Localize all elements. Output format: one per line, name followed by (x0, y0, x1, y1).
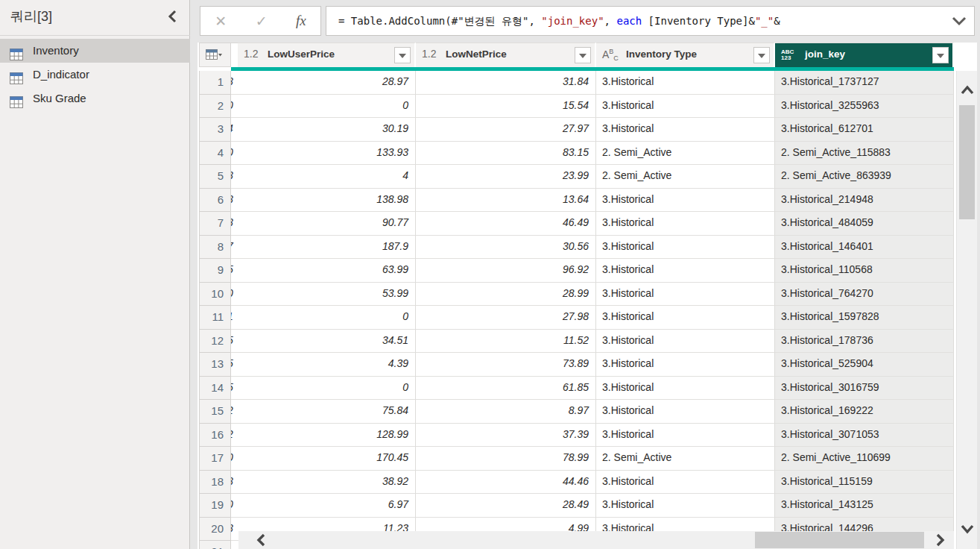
scroll-up-icon[interactable] (960, 84, 975, 96)
cell-inventory-type[interactable]: 3.Historical (596, 118, 775, 142)
cell-lownetprice[interactable]: 27.97 (416, 118, 596, 142)
cell-lowuserprice[interactable]: 63.99 (238, 259, 416, 283)
cell-join-key[interactable]: 3.Historical_169222 (775, 400, 954, 424)
cell-join-key[interactable]: 3.Historical_525904 (775, 353, 954, 377)
filter-dropdown-button[interactable] (394, 47, 411, 63)
horizontal-scrollbar[interactable] (238, 531, 954, 549)
cell-lowuserprice[interactable]: 38.92 (238, 471, 416, 495)
cell-inventory-type[interactable]: 3.Historical (596, 95, 775, 119)
cell-lownetprice[interactable]: 28.49 (416, 494, 596, 518)
sidebar-item-d-indicator[interactable]: D_indicator (0, 63, 190, 87)
cell-lownetprice[interactable]: 30.56 (416, 236, 596, 260)
filter-dropdown-button[interactable] (932, 47, 949, 63)
row-number[interactable]: 16 (199, 424, 231, 448)
cell-inventory-type[interactable]: 3.Historical (596, 189, 775, 213)
cell-join-key[interactable]: 3.Historical_484059 (775, 212, 954, 236)
cell-lownetprice[interactable]: 96.92 (416, 259, 596, 283)
cell-inventory-type[interactable]: 3.Historical (596, 212, 775, 236)
filter-dropdown-button[interactable] (575, 47, 591, 63)
column-header-lownetprice[interactable]: 1.2LowNetPrice (416, 43, 596, 67)
scroll-left-icon[interactable] (255, 533, 268, 547)
horizontal-scroll-thumb[interactable] (755, 532, 924, 548)
row-number[interactable]: 10 (199, 283, 231, 307)
row-number[interactable]: 20 (199, 518, 231, 542)
row-number[interactable]: 17 (199, 447, 231, 471)
cell-lowuserprice[interactable]: 138.98 (238, 189, 416, 213)
cancel-formula-icon[interactable]: ✕ (215, 13, 227, 30)
cell-lownetprice[interactable]: 11.52 (416, 330, 596, 354)
cell-lownetprice[interactable]: 73.89 (416, 353, 596, 377)
cell-join-key[interactable]: 3.Historical_178736 (775, 330, 954, 354)
cell-lowuserprice[interactable]: 0 (238, 306, 416, 330)
row-number[interactable]: 5 (199, 165, 231, 189)
cell-lowuserprice[interactable]: 53.99 (238, 283, 416, 307)
cell-join-key[interactable]: 2. Semi_Active_863939 (775, 165, 954, 189)
column-header-inventory-type[interactable]: ABCInventory Type (596, 43, 775, 67)
cell-lownetprice[interactable]: 27.98 (416, 306, 596, 330)
expand-formula-icon[interactable] (952, 15, 967, 28)
cell-lownetprice[interactable]: 13.64 (416, 189, 596, 213)
cell-inventory-type[interactable]: 3.Historical (596, 236, 775, 260)
row-number[interactable]: 19 (199, 494, 231, 518)
cell-join-key[interactable]: 3.Historical_115159 (775, 471, 954, 495)
cell-lowuserprice[interactable]: 6.97 (238, 494, 416, 518)
cell-lowuserprice[interactable]: 170.45 (238, 447, 416, 471)
cell-lowuserprice[interactable]: 128.99 (238, 424, 416, 448)
cell-lownetprice[interactable]: 37.39 (416, 424, 596, 448)
row-number[interactable]: 15 (199, 400, 231, 424)
select-all-button[interactable] (199, 43, 231, 67)
cell-lowuserprice[interactable]: 28.97 (238, 71, 416, 95)
row-number[interactable]: 6 (199, 189, 231, 213)
scroll-right-icon[interactable] (933, 533, 946, 547)
cell-lownetprice[interactable]: 31.84 (416, 71, 596, 95)
vertical-scroll-thumb[interactable] (959, 105, 975, 219)
cell-join-key[interactable]: 3.Historical_1597828 (775, 306, 954, 330)
cell-lownetprice[interactable]: 23.99 (416, 165, 596, 189)
row-number[interactable]: 7 (199, 212, 231, 236)
cell-inventory-type[interactable]: 3.Historical (596, 306, 775, 330)
cell-lownetprice[interactable]: 61.85 (416, 377, 596, 401)
cell-inventory-type[interactable]: 3.Historical (596, 353, 775, 377)
cell-lowuserprice[interactable]: 75.84 (238, 400, 416, 424)
cell-inventory-type[interactable]: 3.Historical (596, 400, 775, 424)
formula-text[interactable]: = Table.AddColumn(#"변경된 유형", "join_key",… (338, 7, 944, 35)
row-number[interactable]: 13 (199, 353, 231, 377)
cell-join-key[interactable]: 3.Historical_3255963 (775, 95, 954, 119)
cell-lowuserprice[interactable]: 187.9 (238, 236, 416, 260)
cell-inventory-type[interactable]: 2. Semi_Active (596, 142, 775, 166)
cell-join-key[interactable]: 2. Semi_Active_115883 (775, 142, 954, 166)
row-number[interactable]: 8 (199, 236, 231, 260)
cell-lownetprice[interactable]: 15.54 (416, 95, 596, 119)
cell-join-key[interactable]: 3.Historical_3016759 (775, 377, 954, 401)
cell-lowuserprice[interactable]: 133.93 (238, 142, 416, 166)
cell-inventory-type[interactable]: 2. Semi_Active (596, 447, 775, 471)
cell-join-key[interactable]: 3.Historical_146401 (775, 236, 954, 260)
commit-formula-icon[interactable]: ✓ (256, 13, 268, 30)
row-number[interactable]: 21 (199, 541, 231, 549)
scroll-down-icon[interactable] (960, 523, 975, 535)
cell-inventory-type[interactable]: 3.Historical (596, 330, 775, 354)
cell-lowuserprice[interactable]: 0 (238, 377, 416, 401)
vertical-scrollbar[interactable] (956, 71, 977, 549)
add-function-icon[interactable]: fx (296, 13, 306, 29)
cell-inventory-type[interactable]: 3.Historical (596, 259, 775, 283)
cell-join-key[interactable]: 2. Semi_Active_110699 (775, 447, 954, 471)
cell-lowuserprice[interactable]: 30.19 (238, 118, 416, 142)
cell-join-key[interactable]: 3.Historical_110568 (775, 259, 954, 283)
row-number[interactable]: 2 (199, 95, 231, 119)
cell-lownetprice[interactable]: 46.49 (416, 212, 596, 236)
cell-lownetprice[interactable]: 78.99 (416, 447, 596, 471)
cell-lownetprice[interactable]: 44.46 (416, 471, 596, 495)
cell-inventory-type[interactable]: 2. Semi_Active (596, 165, 775, 189)
row-number[interactable]: 1 (199, 71, 231, 95)
column-header-lowuserprice[interactable]: 1.2LowUserPrice (238, 43, 416, 67)
cell-join-key[interactable]: 3.Historical_764270 (775, 283, 954, 307)
cell-lownetprice[interactable]: 28.99 (416, 283, 596, 307)
column-header-join-key[interactable]: ABC123join_key (775, 43, 954, 67)
cell-lowuserprice[interactable]: 0 (238, 95, 416, 119)
cell-join-key[interactable]: 3.Historical_612701 (775, 118, 954, 142)
cell-join-key[interactable]: 3.Historical_214948 (775, 189, 954, 213)
collapse-pane-icon[interactable] (165, 9, 180, 24)
sidebar-item-inventory[interactable]: Inventory (0, 39, 190, 63)
cell-inventory-type[interactable]: 3.Historical (596, 471, 775, 495)
